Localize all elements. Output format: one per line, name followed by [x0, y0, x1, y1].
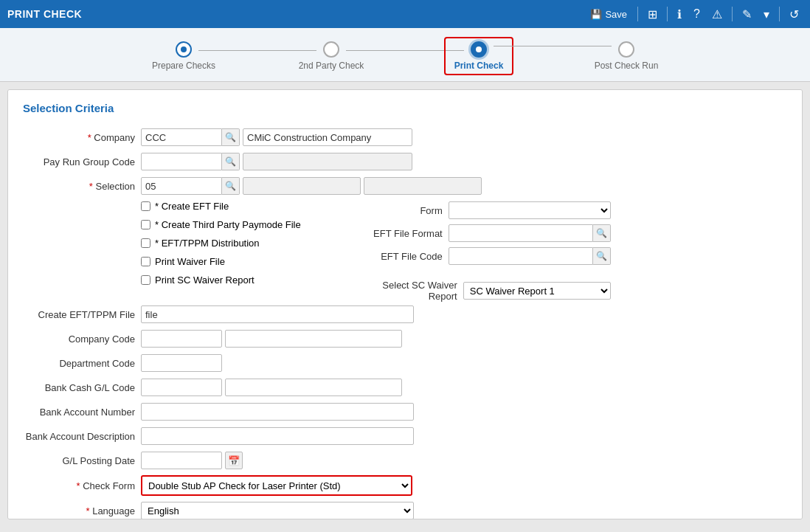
save-button[interactable]: 💾 Save	[586, 7, 631, 21]
active-step-box: Print Check	[444, 37, 514, 75]
create-eft-tppm-input[interactable]	[141, 305, 414, 323]
department-code-row: Department Code	[23, 353, 787, 373]
create-eft-row: * Create EFT File	[141, 201, 301, 212]
check-form-label: Check Form	[23, 480, 141, 491]
language-row: Language English	[23, 501, 787, 519]
eft-tppm-checkbox[interactable]	[141, 238, 150, 248]
company-code-input1[interactable]	[141, 330, 222, 348]
print-waiver-row: Print Waiver File	[141, 256, 301, 267]
bank-account-num-row: Bank Account Number	[23, 402, 787, 421]
sc-waiver-label: Select SC Waiver Report	[360, 280, 463, 302]
step-circle-2nd-party	[323, 41, 339, 58]
bank-account-desc-row: Bank Account Description	[23, 426, 787, 446]
print-sc-waiver-checkbox[interactable]	[141, 275, 150, 285]
bank-cash-gl-row: Bank Cash G/L Code	[23, 378, 787, 397]
company-code-label: Company Code	[23, 334, 141, 345]
wizard-bar: Prepare Checks 2nd Party Check Print Che…	[0, 28, 810, 82]
company-row: Company 🔍	[23, 128, 787, 147]
form-select[interactable]	[449, 201, 611, 219]
selection-input-group: 🔍	[141, 177, 240, 195]
warning-icon[interactable]: ⚠	[708, 6, 726, 23]
edit-icon[interactable]: ✎	[738, 6, 755, 23]
print-sc-waiver-row: Print SC Waiver Report	[141, 274, 301, 286]
step-circle-prepare	[176, 41, 192, 58]
gl-posting-date-row: G/L Posting Date 📅	[23, 451, 787, 470]
help-icon[interactable]: ?	[690, 6, 704, 22]
main-content: Selection Criteria Company 🔍 Pay Run Gro…	[7, 89, 803, 519]
company-name-input	[243, 128, 412, 146]
eft-file-code-search-btn[interactable]: 🔍	[593, 247, 611, 265]
selection-extra-input	[364, 177, 482, 195]
wizard-step-prepare-checks[interactable]: Prepare Checks	[110, 41, 257, 71]
form-field-row: Form	[360, 201, 611, 220]
wizard-step-post-check[interactable]: Post Check Run	[553, 41, 700, 71]
top-bar: PRINT CHECK 💾 Save ⊞ ℹ ? ⚠ ✎ ▾ ↺	[0, 0, 810, 28]
company-input-group: 🔍	[141, 128, 240, 146]
bank-account-desc-input[interactable]	[141, 427, 414, 445]
pay-run-group-label: Pay Run Group Code	[23, 156, 141, 167]
check-form-row: Check Form Double Stub AP Check for Lase…	[23, 475, 787, 496]
step-label-2nd-party: 2nd Party Check	[299, 61, 364, 71]
step-circle-print	[471, 41, 487, 58]
step-label-prepare: Prepare Checks	[152, 61, 215, 71]
step-label-post: Post Check Run	[595, 61, 659, 71]
eft-file-code-input-group: 🔍	[449, 247, 611, 265]
company-input[interactable]	[141, 128, 222, 146]
form-label: Form	[360, 205, 449, 216]
company-code-row: Company Code	[23, 329, 787, 348]
calendar-icon[interactable]: 📅	[225, 452, 243, 469]
section-title: Selection Criteria	[23, 102, 787, 117]
pay-run-input[interactable]	[141, 153, 222, 170]
grid-icon[interactable]: ⊞	[644, 6, 661, 23]
create-third-party-checkbox[interactable]	[141, 220, 150, 229]
check-form-highlight: Double Stub AP Check for Laser Printer (…	[141, 475, 412, 496]
step-label-print: Print Check	[454, 61, 504, 71]
create-eft-checkbox[interactable]	[141, 201, 150, 211]
refresh-icon[interactable]: ↺	[786, 6, 803, 23]
check-form-select[interactable]: Double Stub AP Check for Laser Printer (…	[142, 477, 411, 494]
bank-cash-gl-label: Bank Cash G/L Code	[23, 382, 141, 393]
create-third-party-label: * Create Third Party Paymode File	[155, 219, 301, 230]
sc-waiver-select[interactable]: SC Waiver Report 1	[463, 282, 611, 300]
create-third-party-row: * Create Third Party Paymode File	[141, 219, 301, 230]
language-select[interactable]: English	[141, 502, 414, 519]
toolbar-actions: 💾 Save ⊞ ℹ ? ⚠ ✎ ▾ ↺	[586, 6, 803, 23]
eft-file-code-input[interactable]	[449, 247, 593, 265]
checkbox-col-left: * Create EFT File * Create Third Party P…	[141, 201, 301, 302]
bank-cash-gl-input2[interactable]	[225, 379, 402, 396]
pay-run-input-group: 🔍	[141, 153, 240, 170]
eft-tppm-row: * EFT/TPPM Distribution	[141, 238, 301, 249]
eft-file-code-label: EFT File Code	[360, 251, 449, 262]
bank-account-num-label: Bank Account Number	[23, 407, 141, 418]
pay-run-group-row: Pay Run Group Code 🔍	[23, 152, 787, 171]
app-title: PRINT CHECK	[7, 8, 82, 20]
eft-file-format-search-btn[interactable]: 🔍	[593, 224, 611, 242]
dropdown-icon[interactable]: ▾	[760, 6, 773, 23]
eft-file-format-label: EFT File Format	[360, 228, 449, 239]
pay-run-search-btn[interactable]: 🔍	[222, 153, 240, 170]
divider4	[779, 7, 780, 21]
bank-account-num-input[interactable]	[141, 403, 414, 421]
bank-cash-gl-input1[interactable]	[141, 379, 222, 396]
eft-file-format-input-group: 🔍	[449, 224, 611, 242]
create-eft-tppm-row: Create EFT/TPPM File	[23, 305, 787, 324]
pay-run-name-input	[243, 153, 412, 170]
info-icon[interactable]: ℹ	[674, 6, 685, 23]
wizard-step-2nd-party[interactable]: 2nd Party Check	[257, 41, 405, 71]
company-search-btn[interactable]: 🔍	[222, 128, 240, 146]
eft-tppm-label: * EFT/TPPM Distribution	[155, 238, 260, 249]
print-waiver-label: Print Waiver File	[155, 256, 225, 267]
company-code-input2[interactable]	[225, 330, 402, 348]
bank-account-desc-label: Bank Account Description	[23, 431, 141, 442]
print-waiver-checkbox[interactable]	[141, 257, 150, 266]
right-fields-col: Form EFT File Format 🔍 EFT File Code 🔍	[360, 201, 611, 302]
wizard-step-print-check[interactable]: Print Check	[405, 37, 553, 75]
department-code-input[interactable]	[141, 354, 222, 372]
checkboxes-form-area: * Create EFT File * Create Third Party P…	[23, 201, 787, 302]
selection-input[interactable]	[141, 177, 222, 195]
selection-search-btn[interactable]: 🔍	[222, 177, 240, 195]
eft-file-format-input[interactable]	[449, 224, 593, 242]
gl-posting-date-input[interactable]	[141, 452, 222, 469]
eft-file-code-row: EFT File Code 🔍	[360, 246, 611, 266]
selection-desc-input	[243, 177, 361, 195]
